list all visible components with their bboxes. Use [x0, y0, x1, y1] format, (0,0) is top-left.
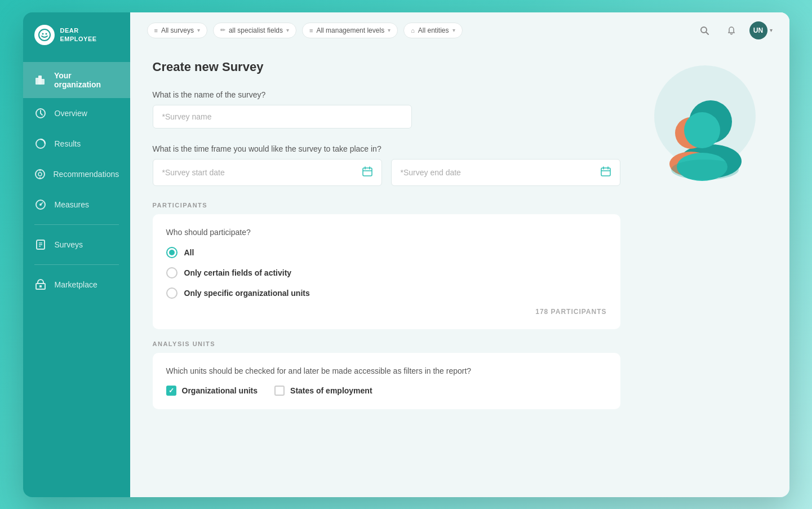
notifications-button[interactable] [722, 21, 740, 39]
filter-management-label: All management levels [316, 26, 384, 34]
sidebar-item-label: Recommendations [54, 170, 119, 179]
overview-icon [34, 107, 47, 119]
participants-card: Who should participate? All Only c [153, 214, 620, 329]
results-icon [34, 138, 47, 150]
filter-entities-chevron: ▾ [452, 27, 455, 33]
date-section: What is the time frame you would like th… [153, 144, 620, 186]
filter-specialist-icon: ✏ [220, 26, 225, 34]
sidebar-item-results[interactable]: Results [23, 129, 130, 159]
participants-count: 178 PARTICIPANTS [166, 308, 607, 316]
surveys-icon [34, 238, 47, 251]
sidebar-item-label: Surveys [55, 240, 83, 249]
checkbox-box-org: ✓ [166, 386, 176, 396]
illustration [646, 60, 758, 184]
sidebar-divider [34, 224, 119, 225]
radio-dot-all [169, 250, 175, 255]
svg-rect-23 [363, 168, 372, 176]
sidebar-item-overview[interactable]: Overview [23, 98, 130, 129]
filter-entities-label: All entities [418, 26, 449, 34]
svg-point-2 [45, 33, 47, 34]
radio-certain-fields[interactable]: Only certain fields of activity [166, 267, 607, 278]
svg-rect-27 [601, 168, 610, 176]
sidebar-item-recommendations[interactable]: Recommendations [23, 159, 130, 189]
illustration-area [637, 60, 767, 480]
start-date-input[interactable]: *Survey start date [153, 159, 382, 186]
checkbox-label-states: States of employment [290, 386, 372, 395]
filter-surveys-chevron: ▾ [197, 27, 200, 33]
radio-circle-certain [166, 267, 178, 278]
content-area: Create new Survey What is the name of th… [130, 48, 789, 497]
recommendations-icon [34, 168, 46, 180]
filter-all-surveys[interactable]: ≡ All surveys ▾ [147, 23, 207, 38]
main-area: ≡ All surveys ▾ ✏ all specialist fields … [130, 12, 789, 497]
filter-surveys-icon: ≡ [154, 27, 158, 34]
user-avatar: UN [749, 21, 767, 39]
sidebar-item-marketplace[interactable]: Marketplace [23, 269, 130, 300]
sidebar-logo: DEAREMPLOYEE [23, 12, 130, 56]
radio-all[interactable]: All [166, 247, 607, 258]
start-date-calendar-icon [362, 166, 372, 179]
filter-specialist-label: all specialist fields [229, 26, 283, 34]
filter-management-chevron: ▾ [388, 27, 391, 33]
radio-group: All Only certain fields of activity Only… [166, 247, 607, 299]
checkbox-label-org: Organizational units [182, 386, 258, 395]
radio-specific-units[interactable]: Only specific organizational units [166, 287, 607, 299]
filter-specialist[interactable]: ✏ all specialist fields ▾ [213, 23, 296, 38]
analysis-header: ANALYSIS UNITS [153, 340, 620, 347]
search-button[interactable] [695, 21, 713, 39]
app-window: DEAREMPLOYEE Your organization [23, 12, 789, 497]
radio-circle-all [166, 247, 178, 258]
date-question: What is the time frame you would like th… [153, 144, 620, 153]
checkbox-box-states [274, 386, 285, 396]
participants-section-header: PARTICIPANTS [153, 202, 620, 209]
start-date-placeholder: *Survey start date [162, 168, 225, 177]
participants-question: Who should participate? [166, 228, 607, 237]
sidebar-item-label: Marketplace [55, 280, 97, 289]
svg-point-0 [39, 29, 50, 41]
analysis-question: Which units should be checked for and la… [166, 366, 607, 375]
sidebar: DEAREMPLOYEE Your organization [23, 12, 130, 497]
sidebar-nav: Your organization Overview [23, 62, 130, 300]
svg-point-37 [684, 112, 720, 148]
user-chevron: ▾ [770, 27, 773, 33]
logo-text: DEAREMPLOYEE [60, 26, 97, 43]
svg-line-22 [706, 32, 708, 34]
checkbox-states[interactable]: States of employment [274, 386, 372, 396]
sidebar-item-measures[interactable]: Measures [23, 189, 130, 220]
analysis-section: ANALYSIS UNITS Which units should be che… [153, 340, 620, 409]
filter-entities-icon: ⌂ [411, 27, 415, 34]
svg-point-9 [38, 172, 42, 176]
survey-name-section: What is the name of the survey? [153, 90, 620, 129]
analysis-card: Which units should be checked for and la… [153, 353, 620, 409]
filter-surveys-label: All surveys [161, 26, 194, 34]
radio-label-certain: Only certain fields of activity [184, 268, 292, 277]
name-question: What is the name of the survey? [153, 90, 620, 99]
sidebar-item-label: Overview [55, 109, 87, 118]
filter-entities[interactable]: ⌂ All entities ▾ [403, 23, 462, 38]
date-row: *Survey start date * [153, 159, 620, 186]
form-area: Create new Survey What is the name of th… [153, 60, 620, 480]
sidebar-item-surveys[interactable]: Surveys [23, 229, 130, 260]
sidebar-item-your-organization[interactable]: Your organization [23, 62, 130, 98]
checkbox-org-units[interactable]: ✓ Organizational units [166, 386, 258, 396]
topbar: ≡ All surveys ▾ ✏ all specialist fields … [130, 12, 789, 48]
svg-point-1 [42, 33, 43, 34]
logo-icon [34, 25, 55, 45]
filter-management[interactable]: ≡ All management levels ▾ [302, 23, 398, 38]
marketplace-icon [34, 278, 47, 291]
radio-label-all: All [184, 248, 194, 257]
svg-line-14 [41, 202, 43, 205]
svg-rect-20 [39, 285, 42, 287]
end-date-input[interactable]: *Survey end date [391, 159, 620, 186]
filter-specialist-chevron: ▾ [286, 27, 289, 33]
user-badge[interactable]: UN ▾ [749, 21, 773, 39]
checkbox-row: ✓ Organizational units States of employm… [166, 386, 607, 396]
radio-circle-specific [166, 287, 178, 299]
end-date-calendar-icon [601, 166, 611, 179]
svg-point-38 [671, 160, 739, 180]
checkbox-check-org: ✓ [168, 387, 174, 395]
sidebar-item-label: Measures [55, 200, 89, 209]
survey-name-input[interactable] [153, 105, 412, 129]
svg-rect-5 [41, 79, 45, 85]
sidebar-divider-2 [34, 264, 119, 265]
